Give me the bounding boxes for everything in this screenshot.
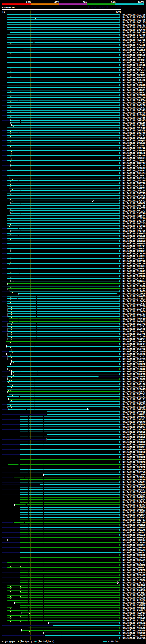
svg-text:|1: |1 <box>2 10 5 13</box>
svg-text:~80%: ~80% <box>110 1 116 4</box>
svg-text:20%: 20% <box>26 1 30 4</box>
svg-text:AlignView.pm Beta rel.7: AlignView.pm Beta rel.7 <box>88 6 121 9</box>
svg-text:~40%: ~40% <box>53 1 59 4</box>
svg-text:~60%: ~60% <box>81 1 87 4</box>
svg-text:(in Query)/: (in Query)/ <box>19 640 35 643</box>
svg-text:AV536976: AV536976 <box>2 6 14 9</box>
svg-text:UniRef100_Q107C1: UniRef100_Q107C1 <box>123 637 146 640</box>
svg-text:420|: 420| <box>116 10 121 13</box>
svg-text:Large gaps:: Large gaps: <box>1 640 16 643</box>
svg-text:=100char.: =100char. <box>108 640 121 643</box>
svg-text:~100%: ~100% <box>136 1 144 4</box>
svg-text:(in Subject): (in Subject) <box>37 640 55 643</box>
